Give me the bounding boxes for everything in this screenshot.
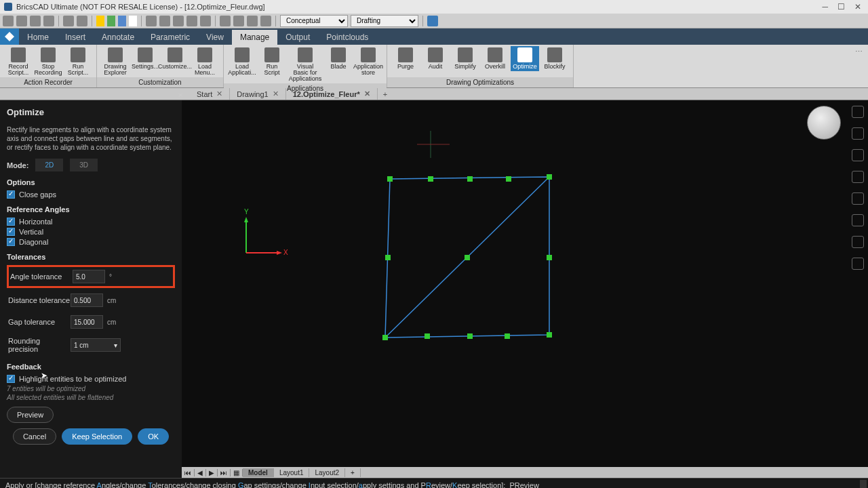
- close-icon[interactable]: ✕: [273, 89, 279, 98]
- doctab-start[interactable]: Start✕: [190, 88, 230, 100]
- simplify-button[interactable]: Simplify: [451, 46, 479, 71]
- lightbulb-icon[interactable]: [852, 106, 864, 118]
- diagonal-checkbox[interactable]: Diagonal: [7, 238, 175, 246]
- layout-first-icon[interactable]: ⏮: [182, 469, 195, 476]
- help-icon[interactable]: [427, 16, 438, 26]
- attach-icon[interactable]: [852, 171, 864, 183]
- highlight-entities-checkbox[interactable]: Highlight entities to be optimized: [7, 375, 175, 383]
- fx-icon[interactable]: [852, 214, 864, 226]
- qb-tool-b-icon[interactable]: [159, 16, 170, 26]
- drawing-explorer-button[interactable]: Drawing Explorer: [101, 46, 130, 77]
- close-icon[interactable]: ✕: [364, 89, 370, 98]
- layer-color-2[interactable]: [107, 16, 115, 26]
- load-menu-button[interactable]: Load Menu...: [191, 46, 219, 77]
- vertical-checkbox[interactable]: Vertical: [7, 228, 175, 236]
- cancel-button[interactable]: Cancel: [13, 428, 56, 445]
- ribbon-overflow-icon[interactable]: ⋯: [850, 45, 868, 87]
- blockify-button[interactable]: Blockify: [540, 46, 569, 71]
- tab-output[interactable]: Output: [277, 30, 318, 45]
- layout-model-tab[interactable]: Model: [243, 468, 274, 477]
- audit-button[interactable]: Audit: [421, 46, 450, 71]
- app-menu-button[interactable]: [0, 28, 19, 45]
- doctab-drawing1[interactable]: Drawing1✕: [230, 88, 285, 100]
- optimize-button[interactable]: Optimize: [511, 46, 539, 71]
- run-script-app-button[interactable]: Run Script: [258, 46, 286, 77]
- qb-open-icon[interactable]: [16, 16, 27, 26]
- maximize-button[interactable]: ☐: [837, 2, 845, 12]
- minimize-button[interactable]: ─: [822, 2, 828, 12]
- ok-button[interactable]: OK: [138, 428, 169, 445]
- tab-annotate[interactable]: Annotate: [94, 30, 142, 45]
- tab-pointclouds[interactable]: Pointclouds: [318, 30, 376, 45]
- tab-parametric[interactable]: Parametric: [142, 30, 198, 45]
- record-script-button[interactable]: Record Script...: [4, 46, 33, 77]
- close-icon[interactable]: ✕: [216, 89, 222, 98]
- horizontal-checkbox[interactable]: Horizontal: [7, 218, 175, 226]
- layout-last-icon[interactable]: ⏭: [218, 469, 231, 476]
- qb-tool-d-icon[interactable]: [186, 16, 197, 26]
- layers-icon[interactable]: [852, 149, 864, 161]
- qb-print-icon[interactable]: [43, 16, 54, 26]
- svg-rect-22: [465, 255, 470, 260]
- tab-home[interactable]: Home: [19, 30, 57, 45]
- qb-tool-f-icon[interactable]: [220, 16, 231, 26]
- mode-3d-button[interactable]: 3D: [70, 159, 98, 171]
- tab-insert[interactable]: Insert: [57, 30, 94, 45]
- tab-manage[interactable]: Manage: [232, 30, 277, 45]
- close-gaps-checkbox[interactable]: Close gaps: [7, 190, 175, 199]
- qb-save-icon[interactable]: [30, 16, 41, 26]
- vba-button[interactable]: Visual Basic for Applications: [288, 46, 323, 83]
- settings-button[interactable]: Settings...: [131, 46, 159, 71]
- qb-redo-icon[interactable]: [77, 16, 87, 26]
- look-from-icon[interactable]: [852, 127, 864, 140]
- qb-tool-e-icon[interactable]: [200, 16, 211, 26]
- qb-tool-g-icon[interactable]: [233, 16, 244, 26]
- run-script-button[interactable]: Run Script...: [64, 46, 92, 77]
- preview-button[interactable]: Preview: [7, 407, 54, 423]
- qb-tool-a-icon[interactable]: [146, 16, 157, 26]
- tab-view[interactable]: View: [198, 30, 232, 45]
- layout1-tab[interactable]: Layout1: [274, 468, 310, 477]
- customize-button[interactable]: Customize...: [161, 46, 189, 71]
- qb-tool-c-icon[interactable]: [173, 16, 184, 26]
- distance-tolerance-input[interactable]: [71, 293, 103, 307]
- title-bar: BricsCAD Ultimate (NOT FOR RESALE Licens…: [0, 0, 868, 14]
- layout-add-button[interactable]: +: [345, 468, 361, 477]
- app-store-button[interactable]: Application store: [354, 46, 382, 77]
- qb-undo-icon[interactable]: [63, 16, 74, 26]
- close-button[interactable]: ✕: [854, 2, 861, 12]
- qb-new-icon[interactable]: [3, 16, 14, 26]
- cloud-icon[interactable]: [852, 258, 864, 270]
- doctab-add-button[interactable]: +: [378, 90, 393, 98]
- angle-tolerance-input[interactable]: [73, 270, 105, 283]
- load-application-button[interactable]: Load Applicati...: [228, 46, 256, 77]
- workspace-select[interactable]: Drafting: [351, 15, 418, 27]
- structure-icon[interactable]: [852, 192, 864, 205]
- layer-color-4[interactable]: [129, 16, 137, 26]
- layout-next-icon[interactable]: ▶: [206, 469, 218, 476]
- blade-button[interactable]: Blade: [324, 46, 353, 71]
- panel-icon[interactable]: [852, 236, 864, 248]
- layout2-tab[interactable]: Layout2: [309, 468, 345, 477]
- panel-close-icon[interactable]: ✕: [176, 92, 184, 100]
- layout-prev-icon[interactable]: ◀: [195, 469, 206, 476]
- scrollbar[interactable]: [860, 480, 867, 488]
- purge-button[interactable]: Purge: [391, 46, 420, 71]
- doctab-optimize-fleur[interactable]: 12.Optimize_Fleur*✕: [286, 88, 378, 100]
- qb-tool-h-icon[interactable]: [247, 16, 258, 26]
- layout-grid-icon[interactable]: ▦: [231, 469, 243, 476]
- command-console[interactable]: Apply or [change reference Angles/change…: [0, 478, 868, 488]
- rounding-precision-select[interactable]: 1 cm▾: [71, 338, 121, 352]
- drawing-canvas[interactable]: Y X ⏮◀▶⏭▦: [182, 100, 868, 478]
- gap-tolerance-input[interactable]: [71, 315, 103, 329]
- layer-color-1[interactable]: [96, 16, 104, 26]
- visual-style-select[interactable]: Conceptual: [280, 15, 348, 27]
- stop-recording-button[interactable]: Stop Recording: [34, 46, 62, 77]
- overkill-button[interactable]: Overkill: [481, 46, 509, 71]
- layer-color-3[interactable]: [118, 16, 126, 26]
- view-cube[interactable]: [807, 106, 841, 140]
- qb-tool-i-icon[interactable]: [260, 16, 271, 26]
- mode-2d-button[interactable]: 2D: [35, 159, 63, 171]
- keep-selection-button[interactable]: Keep Selection: [62, 428, 132, 445]
- layout-tabs: ⏮◀▶⏭▦ Model Layout1 Layout2 +: [182, 467, 868, 478]
